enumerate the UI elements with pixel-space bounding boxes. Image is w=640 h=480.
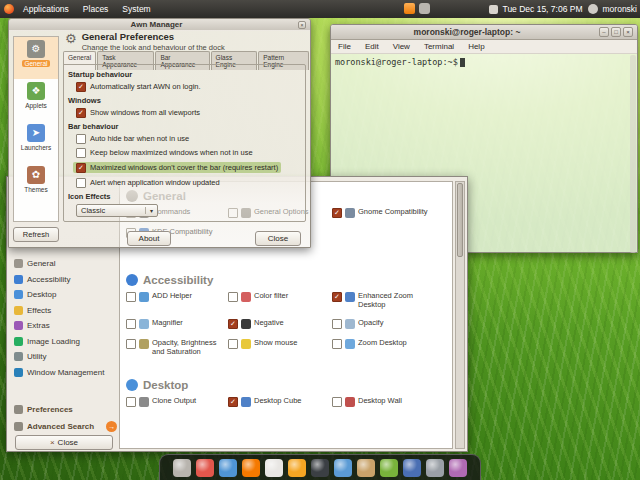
plugin-negative[interactable]: ✓Negative — [228, 319, 332, 329]
checkbox[interactable] — [126, 397, 136, 407]
option-keep-below-maximized-windows-when-not-in-use[interactable]: Keep below maximized windows when not in… — [76, 148, 305, 157]
dock-icon-firefox[interactable] — [242, 459, 260, 477]
plugin-desktop-cube[interactable]: ✓Desktop Cube — [228, 397, 332, 407]
plugin-color-filter[interactable]: Color filter — [228, 292, 332, 309]
dock-icon-8[interactable] — [334, 459, 352, 477]
sliders-icon — [139, 339, 149, 349]
close-button[interactable]: × — [623, 27, 633, 37]
sidebar-item-extras[interactable]: Extras — [7, 319, 119, 332]
dock-icon-1[interactable] — [173, 459, 191, 477]
category-label: Image Loading — [27, 337, 80, 346]
sidebar-item-general[interactable]: ⚙General — [14, 37, 58, 79]
checkbox[interactable] — [126, 292, 136, 302]
plugin-opacify[interactable]: Opacify — [332, 319, 453, 329]
menu-system[interactable]: System — [115, 4, 157, 14]
terminal-titlebar[interactable]: moronski@roger-laptop: ~ – □ × — [331, 25, 637, 40]
checkbox[interactable]: ✓ — [76, 108, 86, 118]
dock-icon-vlc[interactable] — [288, 459, 306, 477]
checkbox[interactable] — [332, 319, 342, 329]
checkbox[interactable] — [228, 292, 238, 302]
update-icon[interactable] — [404, 3, 415, 14]
menu-places[interactable]: Places — [76, 4, 116, 14]
ccsm-scrollbar[interactable] — [455, 181, 465, 449]
terminal-menu-view[interactable]: View — [386, 42, 417, 51]
preferences-title: General Preferences — [82, 31, 225, 42]
advanced-search-arrow-icon[interactable]: → — [106, 421, 117, 432]
option-show-windows-from-all-viewports[interactable]: ✓Show windows from all viewports — [76, 108, 305, 117]
sidebar-item-desktop[interactable]: Desktop — [7, 288, 119, 301]
sidebar-item-window-management[interactable]: Window Management — [7, 366, 119, 379]
sidebar-item-general[interactable]: General — [7, 257, 119, 270]
sidebar-item-effects[interactable]: Effects — [7, 304, 119, 317]
awn-close-button[interactable]: Close — [255, 231, 301, 246]
menu-applications[interactable]: Applications — [16, 4, 76, 14]
sidebar-item-label: Applets — [23, 102, 49, 109]
option-alert-when-application-window-updated[interactable]: Alert when application window updated — [76, 178, 305, 187]
terminal-scrollbar[interactable] — [630, 55, 636, 253]
clock[interactable]: Tue Dec 15, 7:06 PM — [503, 4, 583, 14]
checkbox[interactable] — [332, 397, 342, 407]
option-auto-hide-bar-when-not-in-use[interactable]: Auto hide bar when not in use — [76, 134, 305, 143]
distributor-logo-icon[interactable] — [4, 4, 14, 14]
checkbox[interactable]: ✓ — [332, 208, 342, 218]
volume-icon[interactable] — [419, 3, 430, 14]
user-menu[interactable]: moronski — [603, 4, 637, 14]
mail-icon[interactable] — [489, 5, 498, 14]
sidebar-item-launchers[interactable]: ➤Launchers — [14, 121, 58, 163]
icon-effects-dropdown[interactable]: Classic ▾ — [76, 204, 158, 217]
sidebar-item-applets[interactable]: ❖Applets — [14, 79, 58, 121]
terminal-menu-terminal[interactable]: Terminal — [417, 42, 461, 51]
about-button[interactable]: About — [127, 231, 171, 246]
checkbox[interactable]: ✓ — [76, 163, 86, 173]
scrollbar-thumb[interactable] — [457, 183, 463, 257]
checkbox[interactable]: ✓ — [332, 292, 342, 302]
checkbox[interactable] — [76, 134, 86, 144]
sidebar-item-image-loading[interactable]: Image Loading — [7, 335, 119, 348]
awn-body: ⚙General❖Applets➤Launchers✿Themes Refres… — [9, 30, 310, 247]
sidebar-item-advanced-search[interactable]: Advanced Search → — [14, 421, 117, 432]
checkbox[interactable]: ✓ — [228, 397, 238, 407]
checkbox[interactable]: ✓ — [76, 82, 86, 92]
plugin-zoom-desktop[interactable]: Zoom Desktop — [332, 339, 453, 356]
dock-icon-7[interactable] — [311, 459, 329, 477]
dock-icon-10[interactable] — [380, 459, 398, 477]
dock-icon-11[interactable] — [403, 459, 421, 477]
checkbox[interactable] — [228, 339, 238, 349]
checkbox[interactable]: ✓ — [228, 319, 238, 329]
option-maximized-windows-don-t-cover-the-bar-requires-restart[interactable]: ✓Maximized windows don't cover the bar (… — [73, 162, 281, 173]
terminal-menu-help[interactable]: Help — [461, 42, 491, 51]
plugin-gnome-compatibility[interactable]: ✓Gnome Compatibility — [332, 208, 453, 218]
ccsm-close-button[interactable]: × Close — [15, 435, 113, 450]
checkbox[interactable] — [126, 319, 136, 329]
dock-icon-3[interactable] — [219, 459, 237, 477]
terminal-menu-edit[interactable]: Edit — [358, 42, 386, 51]
dock-icon-13[interactable] — [449, 459, 467, 477]
dock-icon-2[interactable] — [196, 459, 214, 477]
minimize-button[interactable]: – — [599, 27, 609, 37]
plugin-magnifier[interactable]: Magnifier — [126, 319, 228, 329]
checkbox[interactable] — [76, 178, 86, 188]
sidebar-item-accessibility[interactable]: Accessibility — [7, 273, 119, 286]
plugin-clone-output[interactable]: Clone Output — [126, 397, 228, 407]
checkbox[interactable] — [76, 148, 86, 158]
checkbox[interactable] — [332, 339, 342, 349]
sidebar-item-utility[interactable]: Utility — [7, 350, 119, 363]
dock-icon-5[interactable] — [265, 459, 283, 477]
close-button[interactable]: × — [298, 21, 306, 29]
ccsm-close-label: Close — [58, 438, 78, 447]
checkbox[interactable] — [126, 339, 136, 349]
plugin-opacity-brightness-and-saturation[interactable]: Opacity, Brightness and Saturation — [126, 339, 228, 356]
refresh-button[interactable]: Refresh — [13, 227, 59, 242]
plugin-add-helper[interactable]: ADD Helper — [126, 292, 228, 309]
section-header: Desktop — [126, 379, 452, 391]
plugin-enhanced-zoom-desktop[interactable]: ✓Enhanced Zoom Desktop — [332, 292, 453, 309]
terminal-menu-file[interactable]: File — [331, 42, 358, 51]
maximize-button[interactable]: □ — [611, 27, 621, 37]
plugin-desktop-wall[interactable]: Desktop Wall — [332, 397, 453, 407]
plugin-show-mouse[interactable]: Show mouse — [228, 339, 332, 356]
sidebar-item-preferences[interactable]: Preferences — [14, 405, 73, 414]
option-automatically-start-awn-on-login[interactable]: ✓Automatically start AWN on login. — [76, 82, 305, 91]
dock-icon-9[interactable] — [357, 459, 375, 477]
dock-icon-12[interactable] — [426, 459, 444, 477]
sidebar-item-themes[interactable]: ✿Themes — [14, 163, 58, 205]
